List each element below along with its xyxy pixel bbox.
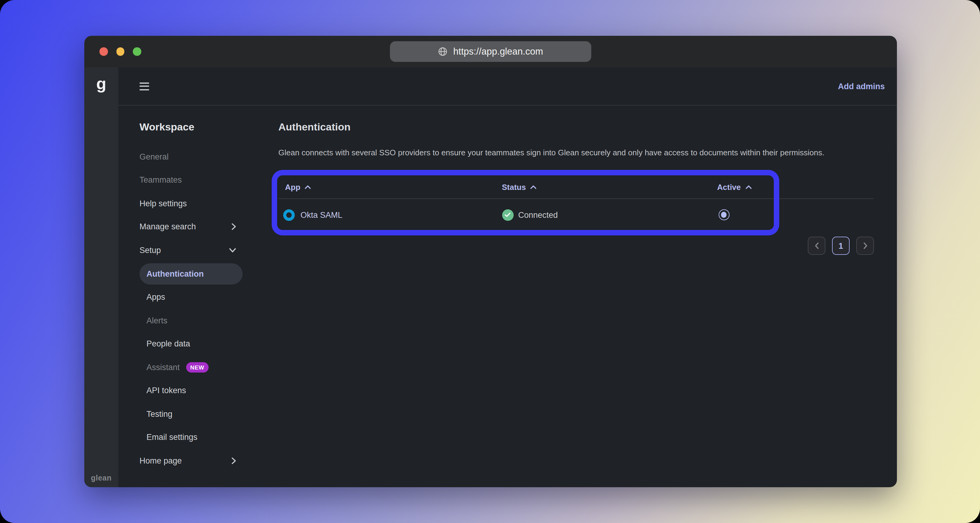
table-header-row: App Status Active <box>278 175 874 198</box>
sidebar-item-setup[interactable]: Setup <box>140 238 243 262</box>
column-header-active[interactable]: Active <box>717 183 874 192</box>
glean-admin-app: g glean Add admins Workspace <box>84 67 897 487</box>
globe-icon <box>438 47 448 56</box>
app-header: Add admins <box>118 67 897 105</box>
glean-logo-icon: g <box>96 76 107 92</box>
zoom-window-button[interactable] <box>133 48 141 56</box>
status-badge: Connected <box>518 210 558 219</box>
previous-page-button[interactable] <box>808 237 826 255</box>
table-row-okta-saml[interactable]: Okta SAML Connected <box>278 199 874 231</box>
page-description: Glean connects with several SSO provider… <box>278 146 831 159</box>
sidebar-item-apps[interactable]: Apps <box>140 285 243 309</box>
page-number-button[interactable]: 1 <box>832 237 850 255</box>
column-header-status[interactable]: Status <box>502 183 717 192</box>
sidebar-header-workspace: Workspace <box>140 113 243 141</box>
close-window-button[interactable] <box>99 48 108 56</box>
page-title: Authentication <box>278 121 874 134</box>
sidebar-item-help-settings[interactable]: Help settings <box>140 192 243 215</box>
desktop-background: https://app.glean.com g glean Add admins <box>0 0 980 523</box>
brand-rail: g glean <box>84 67 118 487</box>
sort-ascending-icon <box>745 185 752 189</box>
sso-providers-table: App Status Active <box>278 175 874 231</box>
sidebar-item-general[interactable]: General <box>140 145 243 168</box>
browser-window: https://app.glean.com g glean Add admins <box>84 36 897 487</box>
sidebar-item-teammates[interactable]: Teammates <box>140 168 243 192</box>
authentication-page: Authentication Glean connects with sever… <box>267 105 897 487</box>
provider-name: Okta SAML <box>301 210 342 219</box>
okta-logo-icon <box>283 209 294 220</box>
sidebar-item-people-data[interactable]: People data <box>140 332 243 356</box>
chevron-right-icon <box>863 242 867 249</box>
chevron-right-icon <box>231 223 237 231</box>
settings-sidebar: Workspace General Teammates Help setting… <box>118 105 267 487</box>
sidebar-item-email-settings[interactable]: Email settings <box>140 426 243 449</box>
sidebar-item-manage-search[interactable]: Manage search <box>140 215 243 238</box>
sidebar-item-alerts[interactable]: Alerts <box>140 309 243 332</box>
pagination: 1 <box>278 237 874 255</box>
new-badge: NEW <box>186 362 208 373</box>
sort-ascending-icon <box>305 185 312 189</box>
active-radio-selected[interactable] <box>718 209 729 220</box>
sort-ascending-icon <box>530 185 537 189</box>
browser-titlebar: https://app.glean.com <box>84 36 897 67</box>
glean-wordmark: glean <box>91 474 111 482</box>
address-bar[interactable]: https://app.glean.com <box>390 41 591 62</box>
column-header-app[interactable]: App <box>278 183 502 192</box>
add-admins-button[interactable]: Add admins <box>838 81 885 91</box>
sidebar-item-assistant[interactable]: Assistant NEW <box>140 356 243 379</box>
sidebar-item-authentication[interactable]: Authentication <box>140 263 243 284</box>
minimize-window-button[interactable] <box>116 48 124 56</box>
app-body: Workspace General Teammates Help setting… <box>118 105 897 487</box>
address-bar-url: https://app.glean.com <box>453 46 543 57</box>
window-controls <box>99 48 141 56</box>
sidebar-item-home-page[interactable]: Home page <box>140 449 243 472</box>
next-page-button[interactable] <box>856 237 874 255</box>
chevron-right-icon <box>231 457 237 465</box>
app-main-region: Add admins Workspace General Teammates <box>118 67 897 487</box>
check-circle-icon <box>502 209 513 220</box>
chevron-down-icon <box>229 247 237 253</box>
sidebar-item-api-tokens[interactable]: API tokens <box>140 379 243 402</box>
chevron-left-icon <box>814 242 819 249</box>
menu-icon[interactable] <box>140 82 149 90</box>
sidebar-item-testing[interactable]: Testing <box>140 402 243 426</box>
